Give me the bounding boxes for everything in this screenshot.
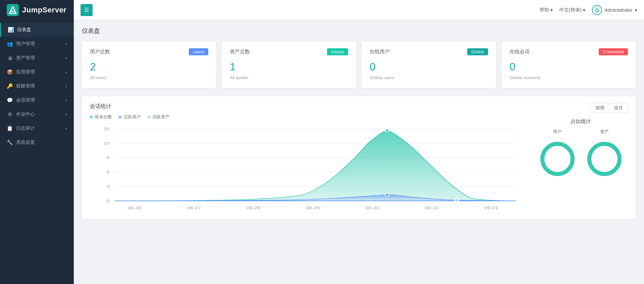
sidebar-item-dashboard[interactable]: 📊 仪表盘 [0, 23, 74, 37]
nav-label-audit-log: 日志审计 [16, 125, 65, 131]
svg-text:09-01: 09-01 [484, 206, 498, 210]
legend-label-users: 活跃用户 [123, 114, 141, 120]
chart-title: 会话统计 [90, 103, 526, 110]
stat-card-0: 用户总数 Users 2 All users [82, 42, 216, 88]
sidebar-item-app-mgmt[interactable]: 📦 应用管理 ▾ [0, 65, 74, 79]
nav-arrow-work-center: ▾ [65, 113, 67, 116]
nav-icon-dashboard: 📊 [8, 27, 14, 33]
sidebar-item-asset-mgmt[interactable]: 🖥 资产管理 ▾ [0, 51, 74, 65]
topbar-actions: 帮助 ▾ 中文(简体) ▾ ⏻ Administrator ▾ [540, 5, 637, 15]
power-icon: ⏻ [592, 5, 602, 15]
svg-text:08-28: 08-28 [247, 206, 261, 210]
sidebar-item-audit-log[interactable]: 📋 日志审计 ▾ [0, 121, 74, 135]
user-label: Administrator [605, 7, 632, 13]
chart-btn-group: 按周 按月 [534, 103, 628, 113]
nav-label-sys-settings: 系统设置 [16, 139, 67, 146]
hamburger-icon: ☰ [84, 7, 89, 13]
stat-badge-0: Users [189, 48, 208, 55]
stat-card-header-0: 用户总数 Users [90, 48, 208, 55]
svg-text:08-29: 08-29 [306, 206, 320, 210]
legend-label-logins: 登录次数 [95, 114, 112, 120]
stat-desc-0: All users [90, 75, 208, 80]
stat-desc-1: All assets [230, 75, 348, 80]
stat-card-title-0: 用户总数 [90, 49, 110, 55]
svg-text:12: 12 [104, 141, 110, 146]
nav-label-work-center: 作业中心 [16, 111, 65, 117]
nav-label-asset-mgmt: 资产管理 [16, 55, 65, 61]
stat-cards: 用户总数 Users 2 All users 资产总数 Assets 1 All… [82, 42, 636, 88]
sidebar-item-perm-mgmt[interactable]: 🔑 权限管理 ▾ [0, 79, 74, 93]
sidebar-nav: 📊 仪表盘 👥 用户管理 ▾ 🖥 资产管理 ▾ 📦 应用管理 ▾ 🔑 权限管理 … [0, 20, 74, 284]
stat-card-3: 在线会话 Connected 0 Online sessions [501, 42, 636, 88]
help-button[interactable]: 帮助 ▾ [540, 7, 553, 13]
nav-label-perm-mgmt: 权限管理 [16, 83, 65, 89]
nav-icon-asset-mgmt: 🖥 [7, 55, 13, 61]
stat-badge-2: Online [467, 48, 488, 55]
pie-section-title: 占比统计 [534, 118, 628, 125]
svg-text:08-26: 08-26 [127, 206, 142, 210]
svg-text:3: 3 [107, 184, 110, 189]
sidebar-item-user-mgmt[interactable]: 👥 用户管理 ▾ [0, 37, 74, 51]
legend-dot-logins [90, 116, 93, 118]
legend-item-logins: 登录次数 [90, 114, 112, 120]
lang-chevron-icon: ▾ [583, 7, 585, 13]
nav-icon-session-mgmt: 💬 [7, 97, 13, 103]
pie-labels: 用户 资产 [534, 129, 628, 135]
legend-label-assets: 活跃资产 [152, 114, 170, 120]
nav-icon-user-mgmt: 👥 [7, 41, 13, 47]
stat-card-header-1: 资产总数 Assets [230, 48, 348, 55]
sidebar-item-work-center[interactable]: ⚙ 作业中心 ▾ [0, 107, 74, 121]
svg-point-26 [542, 144, 573, 174]
btn-week[interactable]: 按周 [591, 103, 609, 113]
stat-number-0: 2 [90, 61, 208, 73]
nav-label-dashboard: 仪表盘 [17, 27, 67, 33]
nav-label-session-mgmt: 会话管理 [16, 97, 65, 103]
svg-text:08-30: 08-30 [365, 206, 379, 210]
session-chart-svg: 15 12 9 6 3 0 08-26 08-27 08-28 08-29 08… [90, 125, 526, 213]
chart-main: 会话统计 登录次数 活跃用户 活跃资产 [90, 103, 526, 213]
svg-point-28 [589, 144, 620, 174]
legend-dot-users [119, 116, 121, 118]
btn-month[interactable]: 按月 [609, 103, 628, 113]
stat-desc-2: Online users [370, 75, 488, 80]
stat-card-2: 在线用户 Online 0 Online users [362, 42, 496, 88]
sidebar-item-session-mgmt[interactable]: 💬 会话管理 ▾ [0, 93, 74, 107]
nav-arrow-session-mgmt: ▾ [65, 99, 67, 102]
svg-text:0: 0 [107, 199, 110, 203]
nav-icon-perm-mgmt: 🔑 [7, 83, 13, 89]
stat-card-title-1: 资产总数 [230, 49, 250, 55]
svg-point-23 [385, 193, 389, 196]
page-body: 仪表盘 用户总数 Users 2 All users 资产总数 Assets 1… [74, 20, 644, 284]
nav-icon-work-center: ⚙ [7, 111, 13, 117]
stat-badge-3: Connected [599, 48, 628, 55]
nav-arrow-asset-mgmt: ▾ [65, 56, 67, 60]
legend-dot-assets [148, 116, 150, 118]
language-selector[interactable]: 中文(简体) ▾ [559, 7, 585, 13]
page-title: 仪表盘 [82, 27, 636, 35]
stat-card-1: 资产总数 Assets 1 All assets [222, 42, 356, 88]
svg-text:15: 15 [104, 127, 110, 131]
stat-number-2: 0 [370, 61, 488, 73]
stat-card-header-2: 在线用户 Online [370, 48, 488, 55]
stat-card-title-2: 在线用户 [370, 49, 390, 55]
logo-text: JumpServer [22, 6, 66, 14]
lang-label: 中文(简体) [559, 7, 581, 13]
nav-label-user-mgmt: 用户管理 [16, 41, 65, 47]
sidebar: JumpServer 📊 仪表盘 👥 用户管理 ▾ 🖥 资产管理 ▾ 📦 应用管… [0, 0, 74, 284]
menu-toggle-button[interactable]: ☰ [80, 4, 93, 16]
help-label: 帮助 [540, 7, 549, 13]
nav-icon-audit-log: 📋 [7, 125, 13, 131]
logo-icon [7, 4, 19, 16]
sidebar-item-sys-settings[interactable]: 🔧 系统设置 [0, 135, 74, 150]
pie-label-users: 用户 [553, 129, 562, 135]
legend-item-assets: 活跃资产 [148, 114, 170, 120]
stat-card-header-3: 在线会话 Connected [509, 48, 628, 55]
main-content: ☰ 帮助 ▾ 中文(简体) ▾ ⏻ Administrator ▾ 仪表盘 [74, 0, 644, 284]
user-chevron-icon: ▾ [635, 7, 637, 13]
svg-text:08-31: 08-31 [425, 206, 439, 210]
nav-label-app-mgmt: 应用管理 [16, 69, 65, 75]
asset-donut-chart [584, 139, 625, 179]
user-menu[interactable]: ⏻ Administrator ▾ [592, 5, 637, 15]
nav-arrow-user-mgmt: ▾ [65, 42, 67, 46]
nav-icon-sys-settings: 🔧 [7, 139, 13, 146]
